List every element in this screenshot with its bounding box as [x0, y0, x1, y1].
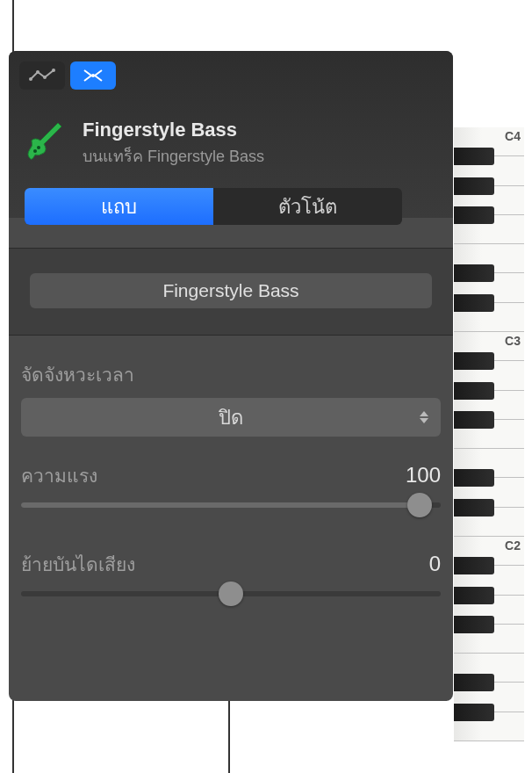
- transpose-value: 0: [429, 552, 441, 576]
- midi-in-button[interactable]: [70, 61, 116, 90]
- black-key[interactable]: [454, 616, 494, 633]
- quantize-value: ปิด: [219, 402, 243, 433]
- instrument-title: Fingerstyle Bass: [83, 119, 264, 141]
- key-label-c2: C2: [505, 538, 521, 553]
- black-key[interactable]: [454, 352, 494, 370]
- black-key[interactable]: [454, 382, 494, 400]
- svg-point-6: [37, 146, 40, 149]
- quantize-select[interactable]: ปิด: [21, 398, 441, 437]
- key-label-c3: C3: [505, 334, 521, 348]
- black-key[interactable]: [454, 148, 494, 165]
- black-key[interactable]: [454, 264, 494, 282]
- svg-point-4: [91, 74, 95, 77]
- instrument-header: Fingerstyle Bass บนแทร็ค Fingerstyle Bas…: [19, 118, 264, 169]
- black-key[interactable]: [454, 469, 494, 487]
- black-key[interactable]: [454, 704, 494, 721]
- velocity-value: 100: [406, 463, 441, 488]
- black-key[interactable]: [454, 557, 494, 574]
- svg-point-1: [36, 70, 40, 74]
- velocity-label: ความแรง: [21, 461, 97, 490]
- black-key[interactable]: [454, 411, 494, 429]
- black-key[interactable]: [454, 674, 494, 691]
- transpose-label: ย้ายบันไดเสียง: [21, 550, 135, 579]
- toolbar: [19, 61, 116, 90]
- automation-button[interactable]: [19, 61, 65, 90]
- chevron-updown-icon: [420, 411, 428, 423]
- instrument-subtitle: บนแทร็ค Fingerstyle Bass: [83, 143, 264, 169]
- tab-region[interactable]: แถบ: [25, 188, 213, 225]
- svg-point-2: [43, 76, 47, 79]
- piano-ruler[interactable]: C4 C3 C2: [454, 127, 524, 707]
- region-name-field[interactable]: Fingerstyle Bass: [30, 273, 432, 308]
- inspector-panel: Fingerstyle Bass บนแทร็ค Fingerstyle Bas…: [9, 51, 453, 701]
- velocity-thumb[interactable]: [407, 493, 432, 517]
- transpose-thumb[interactable]: [219, 582, 243, 606]
- svg-point-3: [52, 69, 55, 72]
- black-key[interactable]: [454, 294, 494, 312]
- tab-notes[interactable]: ตัวโน้ต: [213, 188, 402, 225]
- transpose-slider[interactable]: [21, 591, 441, 596]
- quantize-label: จัดจังหวะเวลา: [21, 360, 441, 389]
- black-key[interactable]: [454, 206, 494, 224]
- svg-point-0: [29, 77, 32, 81]
- svg-point-5: [33, 149, 37, 153]
- velocity-slider[interactable]: [21, 502, 441, 508]
- black-key[interactable]: [454, 499, 494, 517]
- black-key[interactable]: [454, 177, 494, 195]
- black-key[interactable]: [454, 587, 494, 604]
- bass-guitar-icon: [19, 118, 70, 169]
- key-label-c4: C4: [505, 129, 521, 143]
- view-tabs: แถบ ตัวโน้ต: [25, 188, 402, 225]
